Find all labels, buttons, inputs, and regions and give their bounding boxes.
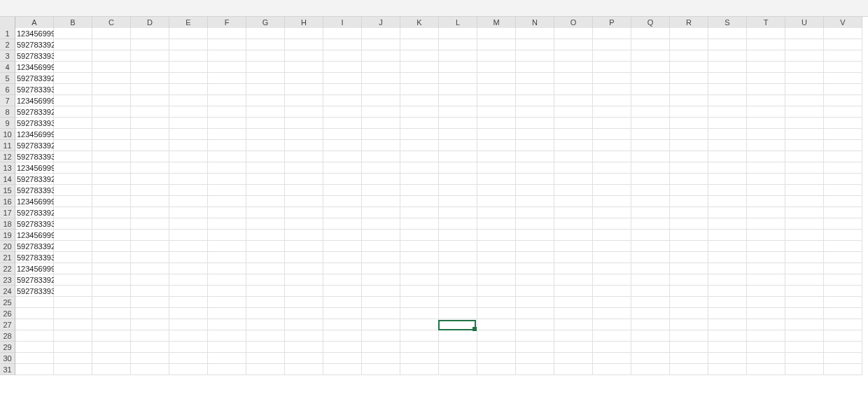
cell-L12[interactable] <box>439 151 477 162</box>
cell-L14[interactable] <box>439 174 477 185</box>
cell-E8[interactable] <box>169 106 208 118</box>
cell-U20[interactable] <box>785 241 824 252</box>
cell-R23[interactable] <box>670 274 708 286</box>
cell-C4[interactable] <box>92 62 131 73</box>
cell-H28[interactable] <box>285 330 323 342</box>
cell-F15[interactable] <box>208 185 246 196</box>
cell-I6[interactable] <box>323 84 362 95</box>
cell-Q4[interactable] <box>631 62 670 73</box>
cell-L17[interactable] <box>439 207 477 218</box>
cell-A3[interactable]: 592783393|ExampleMerc Ultimate|4747077|E… <box>15 50 54 62</box>
cell-Q17[interactable] <box>631 207 670 218</box>
cell-K27[interactable] <box>400 319 439 330</box>
cell-U27[interactable] <box>785 319 824 330</box>
cell-I5[interactable] <box>323 73 362 84</box>
formula-bar-area[interactable] <box>0 0 868 17</box>
cell-J1[interactable] <box>362 28 400 39</box>
cell-K31[interactable] <box>400 364 439 375</box>
cell-T29[interactable] <box>747 342 785 353</box>
cell-R15[interactable] <box>670 185 708 196</box>
cell-E20[interactable] <box>169 241 208 252</box>
cell-N30[interactable] <box>516 353 554 364</box>
cell-P5[interactable] <box>593 73 631 84</box>
cell-D17[interactable] <box>131 207 169 218</box>
cell-S30[interactable] <box>708 353 747 364</box>
cell-V23[interactable] <box>824 274 862 286</box>
cell-C2[interactable] <box>92 39 131 50</box>
cell-J12[interactable] <box>362 151 400 162</box>
cell-Q16[interactable] <box>631 196 670 207</box>
cell-J27[interactable] <box>362 319 400 330</box>
cell-C7[interactable] <box>92 95 131 106</box>
cell-O20[interactable] <box>554 241 593 252</box>
cell-P8[interactable] <box>593 106 631 118</box>
cell-G6[interactable] <box>246 84 285 95</box>
cell-U15[interactable] <box>785 185 824 196</box>
cell-C29[interactable] <box>92 342 131 353</box>
cell-D15[interactable] <box>131 185 169 196</box>
cell-P28[interactable] <box>593 330 631 342</box>
cell-G1[interactable] <box>246 28 285 39</box>
cell-E2[interactable] <box>169 39 208 50</box>
cell-V11[interactable] <box>824 140 862 151</box>
cell-G31[interactable] <box>246 364 285 375</box>
cell-V14[interactable] <box>824 174 862 185</box>
cell-R31[interactable] <box>670 364 708 375</box>
cell-N22[interactable] <box>516 263 554 274</box>
cell-A9[interactable]: 592783393|ExampleMerc Ultimate|4747077|E… <box>15 118 54 129</box>
cell-H21[interactable] <box>285 252 323 263</box>
cell-S7[interactable] <box>708 95 747 106</box>
cell-J10[interactable] <box>362 129 400 140</box>
cell-T15[interactable] <box>747 185 785 196</box>
cell-U9[interactable] <box>785 118 824 129</box>
cell-D13[interactable] <box>131 162 169 174</box>
cell-L29[interactable] <box>439 342 477 353</box>
cell-S4[interactable] <box>708 62 747 73</box>
cell-Q9[interactable] <box>631 118 670 129</box>
cell-D20[interactable] <box>131 241 169 252</box>
cell-J22[interactable] <box>362 263 400 274</box>
cell-J13[interactable] <box>362 162 400 174</box>
row-header-1[interactable]: 1 <box>0 28 15 39</box>
cell-I9[interactable] <box>323 118 362 129</box>
cell-N31[interactable] <box>516 364 554 375</box>
cell-D2[interactable] <box>131 39 169 50</box>
cell-T18[interactable] <box>747 218 785 230</box>
cell-T3[interactable] <box>747 50 785 62</box>
cell-E1[interactable] <box>169 28 208 39</box>
cell-J18[interactable] <box>362 218 400 230</box>
cell-R6[interactable] <box>670 84 708 95</box>
row-header-25[interactable]: 25 <box>0 297 15 308</box>
cell-F29[interactable] <box>208 342 246 353</box>
cell-Q22[interactable] <box>631 263 670 274</box>
cell-F20[interactable] <box>208 241 246 252</box>
cell-Q29[interactable] <box>631 342 670 353</box>
cell-V2[interactable] <box>824 39 862 50</box>
cell-K20[interactable] <box>400 241 439 252</box>
cell-S23[interactable] <box>708 274 747 286</box>
cell-Q6[interactable] <box>631 84 670 95</box>
cell-R26[interactable] <box>670 308 708 319</box>
cell-G4[interactable] <box>246 62 285 73</box>
cell-S3[interactable] <box>708 50 747 62</box>
cell-T12[interactable] <box>747 151 785 162</box>
cell-T7[interactable] <box>747 95 785 106</box>
cell-Q30[interactable] <box>631 353 670 364</box>
cell-T2[interactable] <box>747 39 785 50</box>
cell-G27[interactable] <box>246 319 285 330</box>
cell-L18[interactable] <box>439 218 477 230</box>
cell-N29[interactable] <box>516 342 554 353</box>
cell-G30[interactable] <box>246 353 285 364</box>
cell-N12[interactable] <box>516 151 554 162</box>
cell-M27[interactable] <box>477 319 516 330</box>
cell-B7[interactable] <box>54 95 92 106</box>
cell-E24[interactable] <box>169 286 208 297</box>
cell-T19[interactable] <box>747 230 785 241</box>
cell-H5[interactable] <box>285 73 323 84</box>
cell-L11[interactable] <box>439 140 477 151</box>
cell-A14[interactable]: 592783392|ExampleMerc Lifestyle|4747077|… <box>15 174 54 185</box>
cell-K2[interactable] <box>400 39 439 50</box>
cell-J7[interactable] <box>362 95 400 106</box>
cell-F31[interactable] <box>208 364 246 375</box>
cell-A12[interactable]: 592783393|ExampleMerc Ultimate|4747077|E… <box>15 151 54 162</box>
